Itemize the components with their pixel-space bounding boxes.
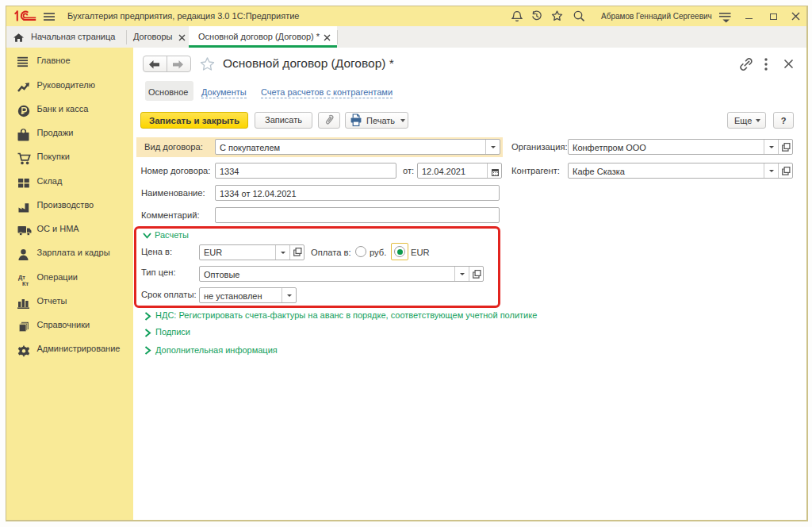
svg-text:Кт: Кт: [22, 279, 29, 287]
